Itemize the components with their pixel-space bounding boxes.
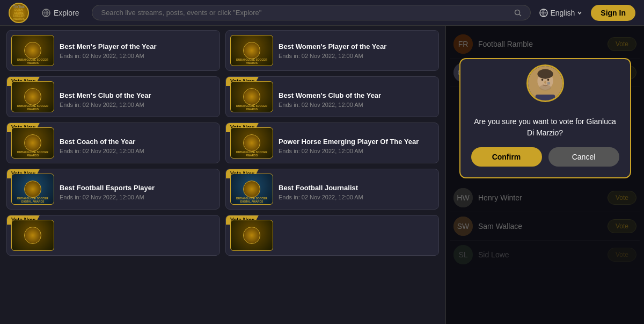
modal-overlay: Are you sure you want to vote for Gianlu…: [446, 26, 644, 324]
card-info: Best Coach of the Year Ends in: 02 Nov 2…: [60, 132, 215, 154]
card-title: Best Women's Player of the Year: [279, 42, 434, 51]
modal-buttons: Confirm Cancel: [471, 147, 619, 167]
card-ends: Ends in: 02 Nov 2022, 12:00 AM: [279, 53, 434, 59]
chevron-down-icon: [577, 10, 582, 16]
card-best-womens-club[interactable]: Vote Now DUBAI GLOBE SOCCER AWARDS Best …: [225, 76, 439, 117]
explore-icon: [42, 9, 50, 17]
svg-rect-25: [535, 95, 555, 102]
card-info: Power Horse Emerging Player Of The Year …: [279, 132, 434, 154]
explore-label: Explore: [54, 9, 79, 17]
language-label: English: [550, 9, 575, 17]
award-logo: [243, 42, 260, 59]
card-info: Best Football Journalist Ends in: 02 Nov…: [279, 178, 434, 200]
confirmation-modal: Are you sure you want to vote for Gianlu…: [459, 58, 631, 178]
candidate-face-icon: [528, 64, 562, 102]
card-info: Best Men's Club of the Year Ends in: 02 …: [60, 86, 215, 108]
svg-point-3: [515, 10, 520, 15]
modal-confirmation-text: Are you sure you want to vote for Gianlu…: [471, 116, 619, 139]
card-title: Best Football Esports Player: [60, 184, 215, 192]
card-thumbnail: DUBAI GLOBE SOCCER DIGITAL AWARDS: [11, 174, 54, 205]
card-info: Best Football Esports Player Ends in: 02…: [60, 178, 215, 200]
card-row-4: Vote Now DUBAI GLOBE SOCCER DIGITAL AWAR…: [6, 169, 439, 210]
card-title: Best Women's Club of the Year: [279, 91, 434, 99]
card-title: Power Horse Emerging Player Of The Year: [279, 138, 434, 146]
logo: TikTok DUBAI GLOBE SOCCER AWARDS: [9, 3, 29, 23]
card-row5-right[interactable]: Vote Now: [225, 215, 439, 256]
card-best-coach[interactable]: Vote Now DUBAI GLOBE SOCCER AWARDS Best …: [6, 123, 220, 163]
card-thumbnail: DUBAI GLOBE SOCCER AWARDS: [230, 35, 273, 66]
right-panel: FR Football Ramble Vote GR Gerard Rome V…: [445, 26, 644, 324]
svg-point-20: [537, 69, 553, 78]
card-best-mens-club[interactable]: Vote Now DUBAI GLOBE SOCCER AWARDS Best …: [6, 76, 220, 117]
svg-point-21: [541, 79, 543, 81]
card-info: Best Women's Club of the Year Ends in: 0…: [279, 86, 434, 108]
card-ends: Ends in: 02 Nov 2022, 12:00 AM: [60, 148, 215, 154]
main-layout: DUBAI GLOBE SOCCER AWARDS Best Men's Pla…: [0, 26, 644, 324]
card-thumbnail: DUBAI GLOBE SOCCER DIGITAL AWARDS: [230, 174, 273, 205]
card-ends: Ends in: 02 Nov 2022, 12:00 AM: [60, 102, 215, 108]
svg-point-24: [539, 85, 551, 91]
search-input[interactable]: [101, 9, 510, 17]
svg-point-22: [547, 79, 549, 81]
card-journalist[interactable]: Vote Now DUBAI GLOBE SOCCER DIGITAL AWAR…: [225, 169, 439, 210]
card-thumbnail: DUBAI GLOBE SOCCER AWARDS: [230, 81, 273, 112]
card-thumbnail: DUBAI GLOBE SOCCER AWARDS: [11, 35, 54, 66]
card-thumbnail: DUBAI GLOBE SOCCER AWARDS: [230, 127, 273, 159]
card-ends: Ends in: 02 Nov 2022, 12:00 AM: [279, 102, 434, 108]
event-list: DUBAI GLOBE SOCCER AWARDS Best Men's Pla…: [0, 26, 445, 324]
card-row-2: Vote Now DUBAI GLOBE SOCCER AWARDS Best …: [6, 76, 439, 117]
logo-main-text: DUBAI GLOBE SOCCER AWARDS: [10, 9, 28, 20]
card-thumbnail: [230, 220, 273, 251]
card-thumbnail: DUBAI GLOBE SOCCER AWARDS: [11, 81, 54, 112]
card-ends: Ends in: 02 Nov 2022, 12:00 AM: [279, 148, 434, 154]
award-logo: [24, 42, 41, 59]
explore-button[interactable]: Explore: [38, 6, 83, 19]
card-title: Best Football Journalist: [279, 184, 434, 192]
card-row-5: Vote Now Vote Now: [6, 215, 439, 256]
card-esports[interactable]: Vote Now DUBAI GLOBE SOCCER DIGITAL AWAR…: [6, 169, 220, 210]
card-power-horse[interactable]: Vote Now DUBAI GLOBE SOCCER AWARDS Power…: [225, 123, 439, 163]
card-thumbnail: DUBAI GLOBE SOCCER AWARDS: [11, 127, 54, 159]
card-info: Best Women's Player of the Year Ends in:…: [279, 42, 434, 59]
globe-icon: [539, 9, 548, 17]
card-ends: Ends in: 02 Nov 2022, 12:00 AM: [60, 194, 215, 200]
card-ends: Ends in: 02 Nov 2022, 12:00 AM: [60, 53, 215, 59]
card-best-mens-player[interactable]: DUBAI GLOBE SOCCER AWARDS Best Men's Pla…: [6, 30, 220, 71]
svg-point-23: [544, 81, 546, 83]
language-button[interactable]: English: [539, 9, 582, 17]
card-info: Best Men's Player of the Year Ends in: 0…: [60, 42, 215, 59]
award-logo: [24, 227, 41, 244]
card-best-womens-player[interactable]: DUBAI GLOBE SOCCER AWARDS Best Women's P…: [225, 30, 439, 71]
award-logo: [243, 88, 260, 105]
award-logo: [243, 134, 260, 152]
search-icon: [514, 9, 522, 17]
card-ends: Ends in: 02 Nov 2022, 12:00 AM: [279, 194, 434, 200]
award-logo: [24, 181, 41, 198]
signin-button[interactable]: Sign In: [591, 5, 635, 21]
card-thumbnail: [11, 220, 54, 251]
award-logo: [24, 88, 41, 105]
logo-icon: TikTok DUBAI GLOBE SOCCER AWARDS: [9, 3, 29, 23]
card-title: Best Men's Club of the Year: [60, 91, 215, 99]
award-logo: [24, 134, 41, 152]
award-logo: [243, 181, 260, 198]
card-row-3: Vote Now DUBAI GLOBE SOCCER AWARDS Best …: [6, 123, 439, 163]
search-bar[interactable]: [92, 5, 531, 20]
card-row-1: DUBAI GLOBE SOCCER AWARDS Best Men's Pla…: [6, 30, 439, 71]
card-title: Best Coach of the Year: [60, 138, 215, 146]
card-row5-left[interactable]: Vote Now: [6, 215, 220, 256]
svg-point-26: [547, 82, 550, 84]
award-logo: [243, 227, 260, 244]
card-title: Best Men's Player of the Year: [60, 42, 215, 51]
svg-line-4: [519, 14, 522, 16]
modal-confirm-button[interactable]: Confirm: [471, 147, 542, 167]
modal-cancel-button[interactable]: Cancel: [548, 147, 619, 167]
app-header: TikTok DUBAI GLOBE SOCCER AWARDS Explore: [0, 0, 644, 26]
modal-candidate-avatar: [526, 64, 564, 102]
